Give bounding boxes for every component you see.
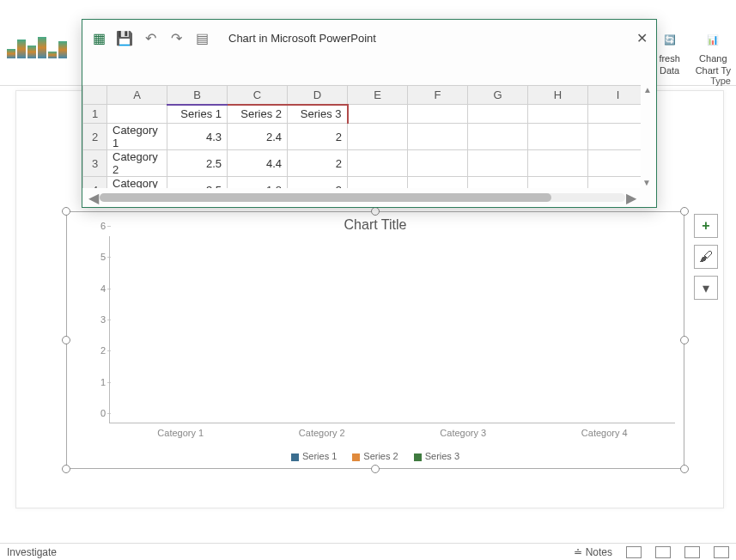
chart-object[interactable]: Chart Title 0123456 Category 1Category 2… xyxy=(66,211,684,469)
col-header[interactable]: A xyxy=(107,86,167,105)
refresh-icon: 🔄 xyxy=(658,27,682,52)
grid-cell[interactable]: Series 3 xyxy=(288,105,348,124)
resize-handle[interactable] xyxy=(680,336,689,344)
view-normal-button[interactable] xyxy=(626,546,642,558)
change-sub: Chart Ty xyxy=(696,65,731,76)
data-grid[interactable]: ABCDEFGHI1Series 1Series 2Series 32Categ… xyxy=(82,85,641,188)
col-header[interactable]: D xyxy=(288,86,348,105)
col-header[interactable]: F xyxy=(408,86,468,105)
scroll-up-icon[interactable]: ▲ xyxy=(642,85,653,95)
notes-button[interactable]: ≐ Notes xyxy=(574,546,612,558)
view-slideshow-button[interactable] xyxy=(714,546,729,558)
grid-hscroll[interactable]: ◀ ▶ xyxy=(88,192,637,204)
grid-cell[interactable] xyxy=(528,177,588,189)
grid-cell[interactable] xyxy=(528,150,588,177)
col-header[interactable]: E xyxy=(348,86,408,105)
legend-swatch xyxy=(414,453,422,461)
grid-cell[interactable] xyxy=(348,124,408,150)
grid-cell[interactable] xyxy=(408,150,468,177)
grid-cell[interactable]: Category 2 xyxy=(107,150,167,177)
y-axis: 0123456 xyxy=(88,236,106,423)
grid-cell[interactable] xyxy=(408,105,468,124)
grid-cell[interactable] xyxy=(528,105,588,124)
chart-elements-button[interactable]: + xyxy=(694,214,718,238)
grid-cell[interactable]: 3.5 xyxy=(167,177,228,189)
grid-cell[interactable] xyxy=(348,177,408,189)
hscroll-thumb[interactable] xyxy=(100,193,551,202)
row-header[interactable]: 3 xyxy=(83,150,107,177)
resize-handle[interactable] xyxy=(371,465,380,473)
chart-data-editor[interactable]: ▦ 💾 ↶ ↷ ▤ Chart in Microsoft PowerPoint … xyxy=(82,19,657,208)
row-header[interactable]: 1 xyxy=(83,105,107,124)
scroll-left-icon[interactable]: ◀ xyxy=(88,190,100,206)
legend-item[interactable]: Series 1 xyxy=(291,451,337,461)
resize-handle[interactable] xyxy=(62,465,70,473)
col-header[interactable]: H xyxy=(528,86,588,105)
view-sorter-button[interactable] xyxy=(655,546,671,558)
col-header[interactable]: I xyxy=(588,86,642,105)
grid-cell[interactable] xyxy=(107,105,167,124)
resize-handle[interactable] xyxy=(62,336,70,344)
grid-cell[interactable] xyxy=(408,177,468,189)
grid-cell[interactable]: 2 xyxy=(288,124,348,150)
editor-titlebar[interactable]: ▦ 💾 ↶ ↷ ▤ Chart in Microsoft PowerPoint … xyxy=(82,20,656,56)
hscroll-track[interactable] xyxy=(100,193,625,202)
change-chart-type-button[interactable]: 📊 Chang Chart Ty xyxy=(690,24,736,79)
grid-cell[interactable] xyxy=(468,177,528,189)
y-tick: 5 xyxy=(88,252,106,262)
legend-item[interactable]: Series 3 xyxy=(414,451,459,461)
grid-cell[interactable] xyxy=(408,124,468,150)
grid-cell[interactable]: 2 xyxy=(288,150,348,177)
resize-handle[interactable] xyxy=(371,207,380,216)
x-category-label: Category 2 xyxy=(272,423,371,438)
scroll-right-icon[interactable]: ▶ xyxy=(625,190,637,206)
col-header[interactable]: B xyxy=(167,86,228,105)
grid-cell[interactable]: 2.4 xyxy=(228,124,288,150)
resize-handle[interactable] xyxy=(680,207,689,216)
scroll-down-icon[interactable]: ▼ xyxy=(642,178,651,188)
grid-cell[interactable] xyxy=(588,150,642,177)
chart-plot[interactable]: 0123456 Category 1Category 2Category 3Ca… xyxy=(88,236,675,423)
grid-cell[interactable] xyxy=(468,105,528,124)
grid-cell[interactable]: Category 1 xyxy=(107,124,167,150)
grid-cell[interactable] xyxy=(588,105,642,124)
grid-cell[interactable]: Category 3 xyxy=(107,177,167,189)
resize-handle[interactable] xyxy=(62,207,70,216)
grid-cell[interactable]: Series 2 xyxy=(228,105,288,124)
undo-icon[interactable]: ↶ xyxy=(143,30,158,46)
chart-styles-button[interactable]: 🖌 xyxy=(694,245,718,269)
grid-cell[interactable]: 1.8 xyxy=(228,177,288,189)
plot-area[interactable]: Category 1Category 2Category 3Category 4 xyxy=(109,236,675,423)
grid-cell[interactable]: 4.3 xyxy=(167,124,228,150)
grid-cell[interactable] xyxy=(468,124,528,150)
corner-cell[interactable] xyxy=(83,86,107,105)
ribbon-chart-style-thumb[interactable] xyxy=(7,34,67,58)
chart-legend[interactable]: Series 1Series 2Series 3 xyxy=(67,451,684,461)
grid-cell[interactable] xyxy=(348,150,408,177)
row-header[interactable]: 2 xyxy=(83,124,107,150)
close-button[interactable]: ✕ xyxy=(636,30,648,46)
chart-filters-button[interactable]: ▾ xyxy=(694,276,718,300)
legend-item[interactable]: Series 2 xyxy=(352,451,398,461)
grid-cell[interactable]: 2.5 xyxy=(167,150,228,177)
resize-handle[interactable] xyxy=(680,465,689,473)
col-header[interactable]: G xyxy=(468,86,528,105)
grid-cell[interactable]: Series 1 xyxy=(167,105,228,124)
grid-cell[interactable] xyxy=(588,124,642,150)
grid-cell[interactable] xyxy=(528,124,588,150)
grid-cell[interactable]: 3 xyxy=(288,177,348,189)
save-icon[interactable]: 💾 xyxy=(117,30,132,46)
refresh-data-button[interactable]: 🔄 fresh Data xyxy=(653,24,687,79)
grid-cell[interactable]: 4.4 xyxy=(228,150,288,177)
redo-icon[interactable]: ↷ xyxy=(168,30,184,46)
grid-cell[interactable] xyxy=(588,177,642,189)
grid-cell[interactable] xyxy=(348,105,408,124)
y-tick: 4 xyxy=(88,283,106,294)
grid-vscroll[interactable]: ▲ ▼ xyxy=(642,85,653,188)
col-header[interactable]: C xyxy=(228,86,288,105)
grid-cell[interactable] xyxy=(468,150,528,177)
row-header[interactable]: 4 xyxy=(83,177,107,189)
view-reading-button[interactable] xyxy=(684,546,700,558)
status-investigate[interactable]: Investigate xyxy=(7,546,57,558)
edit-in-excel-icon[interactable]: ▤ xyxy=(194,30,210,46)
